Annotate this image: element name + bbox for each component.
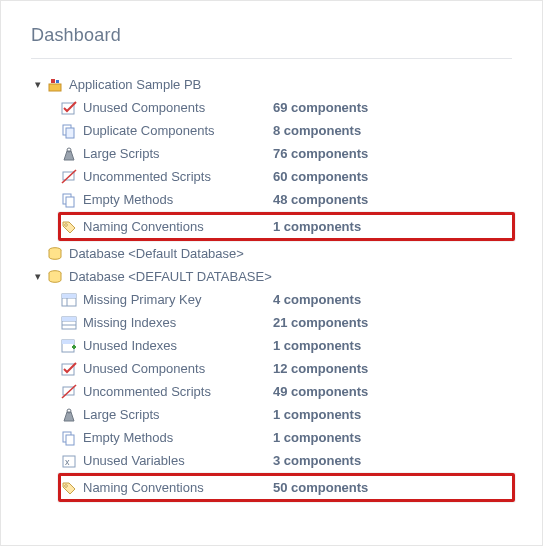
svg-rect-10 — [66, 197, 74, 207]
app-icon — [47, 77, 63, 93]
tree-item-count: 4 components — [273, 292, 361, 307]
tree-item[interactable]: Uncommented Scripts 60 components — [61, 165, 512, 188]
tree-item[interactable]: Uncommented Scripts 49 components — [61, 380, 512, 403]
tree-root-application[interactable]: ▾ Application Sample PB — [31, 73, 512, 96]
tree-item-label: Large Scripts — [83, 146, 273, 161]
tree-item[interactable]: Unused Components 69 components — [61, 96, 512, 119]
tree-item-label: Missing Indexes — [83, 315, 273, 330]
svg-rect-2 — [56, 80, 59, 83]
tree-item[interactable]: Unused Indexes 1 components — [61, 334, 512, 357]
table-key-icon — [61, 292, 77, 308]
svg-rect-5 — [66, 128, 74, 138]
db-icon — [47, 246, 63, 262]
tree-item-count: 3 components — [273, 453, 361, 468]
var-icon: x — [61, 453, 77, 469]
tree-item-label: Unused Variables — [83, 453, 273, 468]
tree-item-count: 8 components — [273, 123, 361, 138]
expand-toggle[interactable]: ▾ — [31, 270, 45, 283]
page-title: Dashboard — [31, 25, 512, 46]
tree-item-label: Naming Conventions — [83, 219, 273, 234]
tree-item-label: Empty Methods — [83, 192, 273, 207]
tree-root-database-default[interactable]: Database <Default Database> — [31, 242, 512, 265]
svg-rect-0 — [49, 84, 61, 91]
tree-root-label: Database <DEFAULT DATABASE> — [69, 269, 272, 284]
tree-item-count: 50 components — [273, 480, 368, 495]
tree-item[interactable]: Missing Indexes 21 components — [61, 311, 512, 334]
tree-item-label: Unused Components — [83, 361, 273, 376]
tree-item-label: Naming Conventions — [83, 480, 273, 495]
table-idx-icon — [61, 315, 77, 331]
tree-item-label: Empty Methods — [83, 430, 273, 445]
tree-item-label: Large Scripts — [83, 407, 273, 422]
tree-item-count: 69 components — [273, 100, 368, 115]
tree-item-count: 1 components — [273, 430, 361, 445]
tree-item[interactable]: Large Scripts 76 components — [61, 142, 512, 165]
dashboard-tree: ▾ Application Sample PB Unused Component… — [31, 73, 512, 502]
tree-item-count: 76 components — [273, 146, 368, 161]
tag-icon — [61, 480, 77, 496]
svg-rect-17 — [62, 294, 76, 298]
tree-item[interactable]: Naming Conventions 1 components — [61, 215, 512, 238]
tree-item-count: 21 components — [273, 315, 368, 330]
tree-root-label: Database <Default Database> — [69, 246, 244, 261]
table-plus-icon — [61, 338, 77, 354]
tree-item[interactable]: x Unused Variables 3 components — [61, 449, 512, 472]
tree-item-label: Unused Components — [83, 100, 273, 115]
tree-item-label: Missing Primary Key — [83, 292, 273, 307]
comment-off-icon — [61, 384, 77, 400]
tree-item[interactable]: Duplicate Components 8 components — [61, 119, 512, 142]
weight-icon — [61, 146, 77, 162]
db-icon — [47, 269, 63, 285]
tree-item-label: Uncommented Scripts — [83, 384, 273, 399]
tree-item[interactable]: Empty Methods 1 components — [61, 426, 512, 449]
svg-point-11 — [65, 223, 68, 226]
tree-item[interactable]: Naming Conventions 50 components — [61, 476, 512, 499]
tree-item-count: 1 components — [273, 219, 361, 234]
svg-text:x: x — [65, 457, 70, 467]
tree-item-count: 12 components — [273, 361, 368, 376]
tree-root-label: Application Sample PB — [69, 77, 201, 92]
svg-rect-23 — [62, 340, 74, 344]
tree-item[interactable]: Missing Primary Key 4 components — [61, 288, 512, 311]
comment-off-icon — [61, 169, 77, 185]
copy-icon — [61, 123, 77, 139]
tree-item-count: 48 components — [273, 192, 368, 207]
tree-item-count: 49 components — [273, 384, 368, 399]
weight-icon — [61, 407, 77, 423]
tree-item-count: 1 components — [273, 407, 361, 422]
svg-rect-29 — [66, 435, 74, 445]
tree-root-database-DEFAULT[interactable]: ▾ Database <DEFAULT DATABASE> — [31, 265, 512, 288]
svg-rect-21 — [62, 317, 76, 321]
tree-item[interactable]: Large Scripts 1 components — [61, 403, 512, 426]
divider — [31, 58, 512, 59]
tag-icon — [61, 219, 77, 235]
tree-item[interactable]: Empty Methods 48 components — [61, 188, 512, 211]
empty-box-icon — [61, 192, 77, 208]
tree-item-label: Uncommented Scripts — [83, 169, 273, 184]
svg-point-32 — [65, 484, 68, 487]
expand-toggle[interactable]: ▾ — [31, 78, 45, 91]
svg-rect-1 — [51, 79, 55, 83]
tree-item[interactable]: Unused Components 12 components — [61, 357, 512, 380]
check-red-icon — [61, 361, 77, 377]
tree-item-count: 1 components — [273, 338, 361, 353]
check-red-icon — [61, 100, 77, 116]
tree-item-label: Unused Indexes — [83, 338, 273, 353]
tree-item-label: Duplicate Components — [83, 123, 273, 138]
empty-box-icon — [61, 430, 77, 446]
tree-item-count: 60 components — [273, 169, 368, 184]
